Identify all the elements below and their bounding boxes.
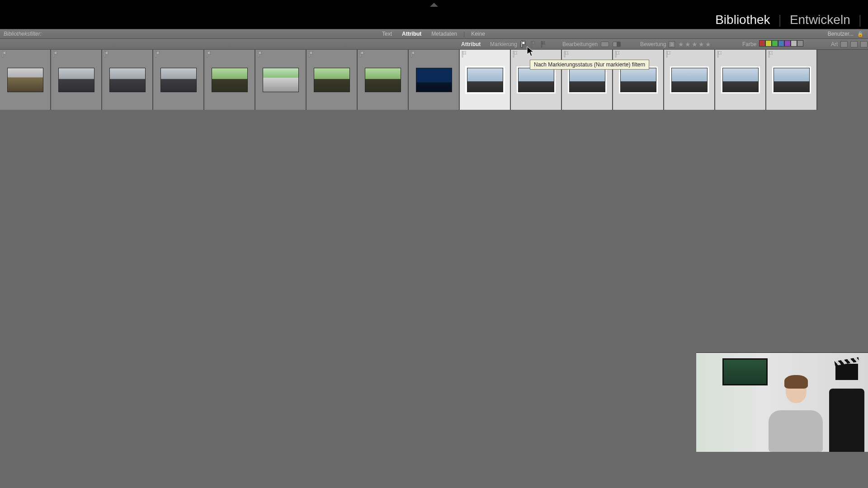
thumbnail-cell[interactable] — [664, 50, 715, 110]
thumbnail-flag-icon[interactable] — [256, 51, 264, 58]
thumbnail-image[interactable] — [58, 68, 94, 92]
thumbnail-image[interactable] — [671, 68, 708, 92]
thumbnail-flag-icon[interactable] — [307, 51, 315, 58]
thumbnail-flag-icon[interactable] — [563, 51, 570, 58]
webcam-chair — [829, 389, 864, 452]
thumbnail-cell[interactable] — [766, 50, 817, 110]
flag-filter-group: Markierung — [490, 41, 547, 48]
panel-reveal-arrow-icon[interactable] — [430, 3, 438, 7]
edits-filter-label: Bearbeitungen — [562, 41, 598, 47]
edits-unedited-toggle[interactable] — [613, 42, 621, 47]
thumbnail-cell[interactable] — [255, 50, 307, 110]
filter-tab-separator: | — [462, 30, 466, 38]
rating-star-5[interactable]: ★ — [705, 41, 711, 48]
kind-virtual-button[interactable] — [850, 41, 858, 47]
flag-rejected-icon[interactable] — [540, 41, 547, 48]
thumbnail-image[interactable] — [722, 68, 759, 92]
thumbnail-cell[interactable] — [358, 50, 409, 110]
thumbnail-cell[interactable] — [102, 50, 153, 110]
thumbnail-flag-icon[interactable] — [1, 51, 8, 58]
library-filter-bar: Bibliotheksfilter: Text Attribut Metadat… — [0, 29, 868, 39]
thumbnail-flag-icon[interactable] — [154, 51, 161, 58]
rating-filter-group: Bewertung ≥ ★★★★★ — [640, 41, 712, 48]
thumbnail-flag-icon[interactable] — [205, 51, 212, 58]
module-library[interactable]: Bibliothek — [715, 13, 770, 27]
thumbnail-cell[interactable] — [0, 50, 51, 110]
thumbnail-flag-icon[interactable] — [614, 51, 621, 58]
library-filter-label: Bibliotheksfilter: — [4, 31, 42, 37]
thumbnail-image[interactable] — [263, 68, 299, 92]
thumbnail-image[interactable] — [7, 68, 43, 92]
rating-star-3[interactable]: ★ — [692, 41, 698, 48]
kind-filter-group: Art — [831, 41, 868, 47]
thumbnail-cell[interactable] — [511, 50, 562, 110]
edits-filter-group: Bearbeitungen — [562, 41, 621, 47]
filter-tab-none[interactable]: Keine — [467, 30, 490, 38]
thumbnail-cell[interactable] — [715, 50, 766, 110]
thumbnail-flag-icon[interactable] — [716, 51, 723, 58]
thumbnail-cell[interactable] — [409, 50, 460, 110]
thumbnail-flag-icon[interactable] — [461, 51, 468, 58]
kind-filter-label: Art — [831, 41, 838, 47]
filter-preset-area: Benutzer... 🔒 — [828, 31, 863, 37]
thumbnail-cell[interactable] — [204, 50, 255, 110]
rating-star-4[interactable]: ★ — [698, 41, 704, 48]
thumbnail-flag-icon[interactable] — [512, 51, 519, 58]
thumbnail-image[interactable] — [620, 68, 656, 92]
flag-unflagged-icon[interactable] — [530, 41, 537, 48]
thumbnail-image[interactable] — [365, 68, 401, 92]
kind-video-button[interactable] — [860, 41, 868, 47]
color-swatch-3[interactable] — [778, 40, 784, 47]
color-swatch-0[interactable] — [759, 40, 765, 47]
kind-master-button[interactable] — [840, 41, 848, 47]
filter-tabs: Text Attribut Metadaten | Keine — [377, 30, 490, 38]
flag-filter-tooltip: Nach Markierungsstatus (Nur markierte) f… — [530, 60, 649, 70]
thumbnail-flag-icon[interactable] — [665, 51, 672, 58]
color-filter-group: Farbe — [742, 40, 803, 48]
module-develop[interactable]: Entwickeln — [790, 13, 850, 27]
edits-edited-toggle[interactable] — [601, 42, 609, 47]
webcam-clapperboard-icon — [835, 364, 858, 380]
thumbnail-image[interactable] — [160, 68, 197, 92]
grid-thumbnail-strip — [0, 50, 868, 110]
thumbnail-flag-icon[interactable] — [767, 51, 774, 58]
thumbnail-image[interactable] — [467, 68, 503, 92]
thumbnail-cell[interactable] — [460, 50, 511, 110]
top-bar: Bibliothek | Entwickeln | — [0, 0, 868, 29]
thumbnail-flag-icon[interactable] — [103, 51, 110, 58]
thumbnail-flag-icon[interactable] — [52, 51, 59, 58]
color-swatch-6[interactable] — [797, 40, 803, 47]
thumbnail-flag-icon[interactable] — [410, 51, 417, 58]
filter-lock-icon[interactable]: 🔒 — [857, 31, 863, 37]
thumbnail-cell[interactable] — [51, 50, 102, 110]
color-swatch-2[interactable] — [772, 40, 778, 47]
filter-tab-attribute[interactable]: Attribut — [397, 30, 426, 38]
thumbnail-image[interactable] — [212, 68, 248, 92]
thumbnail-image[interactable] — [774, 68, 810, 92]
filter-preset-dropdown[interactable]: Benutzer... — [828, 31, 854, 37]
flag-picked-icon[interactable] — [520, 41, 527, 48]
color-swatch-1[interactable] — [765, 40, 772, 47]
thumbnail-image[interactable] — [109, 68, 146, 92]
module-picker: Bibliothek | Entwickeln | — [715, 13, 862, 27]
thumbnail-cell[interactable] — [613, 50, 664, 110]
webcam-overlay — [696, 352, 868, 452]
thumbnail-cell[interactable] — [153, 50, 204, 110]
thumbnail-image[interactable] — [569, 68, 605, 92]
rating-operator-button[interactable]: ≥ — [669, 41, 675, 47]
thumbnail-cell[interactable] — [307, 50, 358, 110]
filter-tab-text[interactable]: Text — [377, 30, 396, 38]
rating-star-2[interactable]: ★ — [685, 41, 691, 48]
thumbnail-flag-icon[interactable] — [359, 51, 366, 58]
attribute-filter-bar: Attribut Markierung Bearbeitungen Bewert… — [0, 39, 868, 50]
filter-tab-metadata[interactable]: Metadaten — [427, 30, 462, 38]
color-filter-label: Farbe — [742, 41, 756, 47]
rating-star-1[interactable]: ★ — [678, 41, 684, 48]
thumbnail-image[interactable] — [518, 68, 554, 92]
flag-filter-label: Markierung — [490, 41, 517, 47]
color-swatch-5[interactable] — [791, 40, 797, 47]
color-swatch-4[interactable] — [784, 40, 791, 47]
thumbnail-image[interactable] — [416, 68, 452, 92]
thumbnail-image[interactable] — [314, 68, 350, 92]
thumbnail-cell[interactable] — [562, 50, 613, 110]
